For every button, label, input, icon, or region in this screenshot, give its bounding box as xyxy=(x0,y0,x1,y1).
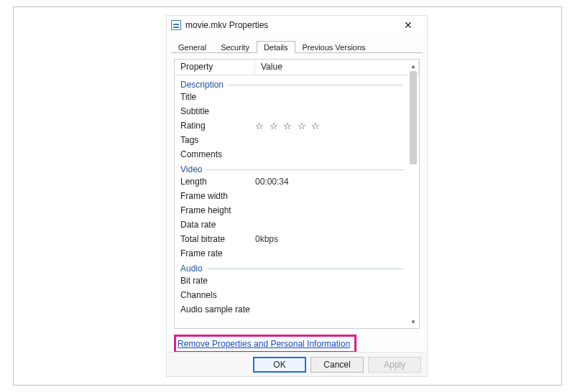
remove-properties-link[interactable]: Remove Properties and Personal Informati… xyxy=(178,339,350,349)
group-label: Video xyxy=(180,164,206,174)
prop-name: Channels xyxy=(180,290,255,300)
prop-name: Comments xyxy=(180,149,255,159)
details-panel: Property Value Description Title Subtitl… xyxy=(174,59,420,329)
tab-details[interactable]: Details xyxy=(257,41,295,53)
window-title: movie.mkv Properties xyxy=(185,20,268,30)
prop-name: Frame width xyxy=(180,191,255,201)
tab-label: Previous Versions xyxy=(303,43,366,52)
tab-previous-versions[interactable]: Previous Versions xyxy=(295,41,373,53)
list-item[interactable]: Frame width xyxy=(180,189,403,203)
prop-name: Subtitle xyxy=(180,106,255,116)
group-divider xyxy=(207,269,403,269)
prop-name: Title xyxy=(180,92,255,102)
rating-stars[interactable]: ☆ ☆ ☆ ☆ ☆ xyxy=(255,121,403,131)
scroll-down-button[interactable]: ▼ xyxy=(409,317,418,327)
list-item[interactable]: Frame height xyxy=(180,203,403,218)
scroll-thumb[interactable] xyxy=(410,71,417,164)
list-header: Property Value xyxy=(175,60,419,75)
tab-security[interactable]: Security xyxy=(213,41,257,53)
canvas-border: movie.mkv Properties ✕ General Security … xyxy=(13,6,562,386)
button-label: OK xyxy=(273,360,285,370)
prop-name: Tags xyxy=(180,135,255,145)
file-icon xyxy=(171,20,181,30)
remove-link-area: Remove Properties and Personal Informati… xyxy=(174,335,420,353)
group-label: Audio xyxy=(180,263,207,274)
prop-name: Frame height xyxy=(180,205,255,215)
col-value[interactable]: Value xyxy=(255,60,419,75)
apply-button[interactable]: Apply xyxy=(368,357,421,373)
list-item[interactable]: Rating☆ ☆ ☆ ☆ ☆ xyxy=(180,118,403,133)
chevron-up-icon: ▲ xyxy=(410,63,416,70)
prop-name: Rating xyxy=(180,121,255,131)
list-item[interactable]: Subtitle xyxy=(180,104,403,118)
prop-name: Data rate xyxy=(180,220,255,230)
group-header-audio: Audio xyxy=(180,263,403,274)
scroll-up-button[interactable]: ▲ xyxy=(409,61,418,71)
list-item[interactable]: Comments xyxy=(180,147,403,162)
scroll-track[interactable] xyxy=(409,71,418,317)
group-divider xyxy=(228,85,403,85)
properties-dialog: movie.mkv Properties ✕ General Security … xyxy=(166,15,428,377)
group-divider xyxy=(206,169,403,170)
prop-value: 0kbps xyxy=(255,234,403,244)
ok-button[interactable]: OK xyxy=(253,357,306,373)
close-button[interactable]: ✕ xyxy=(394,17,423,33)
titlebar: movie.mkv Properties ✕ xyxy=(167,16,427,34)
tab-general[interactable]: General xyxy=(171,41,213,53)
group-header-description: Description xyxy=(180,80,403,90)
list-item[interactable]: Audio sample rate xyxy=(180,302,403,317)
highlight-box: Remove Properties and Personal Informati… xyxy=(174,335,356,353)
list-item[interactable]: Length00:00:34 xyxy=(180,174,403,189)
group-header-video: Video xyxy=(180,164,403,174)
group-label: Description xyxy=(180,80,228,90)
cancel-button[interactable]: Cancel xyxy=(310,357,364,373)
button-label: Cancel xyxy=(323,360,350,370)
prop-name: Total bitrate xyxy=(180,234,255,244)
tab-label: Details xyxy=(264,43,288,52)
list-item[interactable]: Title xyxy=(180,90,403,104)
property-list: Property Value Description Title Subtitl… xyxy=(174,59,420,329)
chevron-down-icon: ▼ xyxy=(410,319,416,325)
list-item[interactable]: Total bitrate0kbps xyxy=(180,232,403,246)
prop-name: Length xyxy=(180,177,255,187)
prop-name: Frame rate xyxy=(180,248,255,258)
dialog-button-bar: OK Cancel Apply xyxy=(167,352,427,376)
tab-label: General xyxy=(178,43,206,52)
prop-name: Bit rate xyxy=(180,276,255,286)
tab-bar: General Security Details Previous Versio… xyxy=(171,37,423,53)
tab-label: Security xyxy=(221,43,249,52)
list-item[interactable]: Data rate xyxy=(180,218,403,232)
prop-name: Audio sample rate xyxy=(180,304,255,314)
list-body: Description Title Subtitle Rating☆ ☆ ☆ ☆… xyxy=(175,75,409,328)
list-item[interactable]: Channels xyxy=(180,288,403,302)
list-item[interactable]: Frame rate xyxy=(180,246,403,261)
scrollbar: ▲ ▼ xyxy=(409,61,418,327)
close-icon: ✕ xyxy=(404,19,413,31)
list-item[interactable]: Tags xyxy=(180,133,403,147)
col-property[interactable]: Property xyxy=(175,60,255,75)
button-label: Apply xyxy=(384,360,405,370)
list-item[interactable]: Bit rate xyxy=(180,274,403,288)
prop-value: 00:00:34 xyxy=(255,177,403,187)
